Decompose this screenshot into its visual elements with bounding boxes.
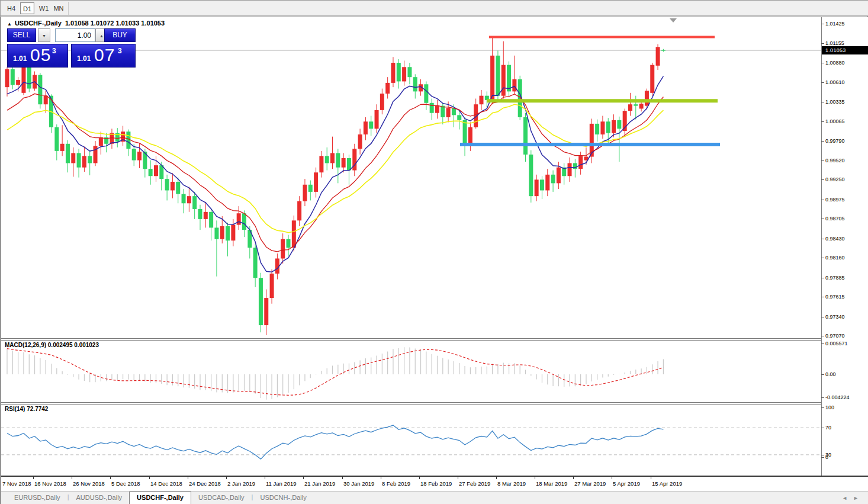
buy-quote-big: 07 <box>94 45 115 65</box>
price-axis-tick <box>821 82 824 83</box>
rsi-axis-label: 0 <box>825 454 828 461</box>
tab-usdcad[interactable]: USDCAD-,Daily <box>191 492 252 504</box>
volume-decrease-button[interactable]: ▼ <box>38 28 50 42</box>
price-axis-tick <box>821 239 824 239</box>
timeframe-toolbar: H4 D1 W1 MN <box>1 1 868 16</box>
price-axis-tick <box>821 278 824 278</box>
price-axis-tick <box>821 200 824 200</box>
price-axis-label: 1.00610 <box>825 79 845 86</box>
rsi-axis-tick <box>821 457 824 458</box>
rsi-axis-tick <box>821 455 824 455</box>
date-axis: 7 Nov 201816 Nov 201826 Nov 20185 Dec 20… <box>1 476 868 491</box>
rsi-axis-label: 70 <box>825 425 831 431</box>
macd-axis-label: -0.004224 <box>825 394 850 401</box>
price-axis-label: 0.97340 <box>825 314 845 320</box>
date-axis-label: 5 Apr 2019 <box>613 480 640 487</box>
sell-quote-big: 05 <box>30 45 51 65</box>
price-axis-tick <box>821 317 824 317</box>
date-axis-tick <box>110 477 111 479</box>
sell-quote-small: 1.01 <box>13 54 27 63</box>
volume-input[interactable] <box>55 28 95 42</box>
candlestick-series <box>5 37 666 335</box>
timeframe-button-h4[interactable]: H4 <box>4 2 18 14</box>
date-axis-tick <box>303 477 304 479</box>
scroll-right-icon[interactable]: ► <box>853 495 864 501</box>
date-axis-label: 27 Mar 2019 <box>574 480 606 487</box>
rsi-axis-label: 100 <box>825 405 834 411</box>
price-axis-label: 1.00065 <box>825 118 845 125</box>
price-axis-label: 0.97070 <box>825 333 845 339</box>
date-axis-label: 5 Dec 2018 <box>111 480 140 487</box>
date-axis-label: 18 Feb 2019 <box>420 480 452 487</box>
date-axis-label: 14 Dec 2018 <box>150 480 182 487</box>
date-axis-tick <box>535 477 535 479</box>
timeframe-button-d1[interactable]: D1 <box>20 2 34 14</box>
date-axis-label: 8 Mar 2019 <box>497 480 526 487</box>
date-axis-label: 8 Feb 2019 <box>382 480 410 487</box>
macd-indicator-label: MACD(12,26,9) 0.002495 0.001023 <box>5 342 99 348</box>
price-axis-label: 1.01155 <box>825 40 844 47</box>
macd-axis-label: 0.005571 <box>825 341 848 347</box>
price-axis-tick <box>821 24 824 24</box>
price-axis-label: 0.98160 <box>825 255 845 261</box>
scroll-left-icon[interactable]: ◄ <box>842 495 853 501</box>
mt4-window: H4 D1 W1 MN ▲USDCHF-,Daily 1.01058 1.010… <box>0 0 868 504</box>
rsi-axis-tick <box>821 407 824 408</box>
price-axis-tick <box>821 141 824 142</box>
macd-axis-label: 0.00 <box>825 371 836 378</box>
date-axis-label: 16 Nov 2018 <box>34 480 66 487</box>
buy-button[interactable]: BUY <box>104 28 136 42</box>
tab-eurusd[interactable]: EURUSD-,Daily <box>7 492 67 504</box>
current-price-badge: 1.01053 <box>822 46 868 54</box>
date-axis-label: 7 Nov 2018 <box>2 480 31 487</box>
tab-usdcnh[interactable]: USDCNH-,Daily <box>253 492 313 504</box>
price-axis-tick <box>821 43 824 44</box>
date-axis-label: 18 Mar 2019 <box>536 480 567 487</box>
sell-quote-sup: 3 <box>52 47 56 55</box>
price-axis-label: 0.97885 <box>825 275 845 281</box>
date-axis-tick <box>419 477 420 479</box>
price-axis-label: 0.98975 <box>825 197 845 203</box>
macd-pane[interactable] <box>1 341 821 402</box>
price-axis-label: 1.00335 <box>825 99 845 105</box>
timeframe-button-w1[interactable]: W1 <box>37 2 51 14</box>
tab-usdchf[interactable]: USDCHF-,Daily <box>129 492 191 504</box>
chart-tab-bar: EURUSD-,Daily|AUDUSD-,DailyUSDCHF-,Daily… <box>1 491 868 504</box>
price-axis-label: 0.99250 <box>825 176 845 183</box>
sell-quote-box[interactable]: 1.01 05 3 <box>7 44 68 68</box>
price-axis-tick <box>821 219 824 219</box>
price-axis-tick <box>821 121 824 122</box>
chevron-up-icon: ▲ <box>99 34 104 38</box>
macd-axis-tick <box>821 374 824 375</box>
date-axis-tick <box>188 477 188 479</box>
date-axis-tick <box>651 477 651 479</box>
macd-axis-tick <box>821 397 824 398</box>
price-axis-tick <box>821 160 824 161</box>
date-axis-tick <box>342 477 343 479</box>
price-axis-label: 0.98705 <box>825 216 845 222</box>
axis-separator <box>821 17 822 476</box>
price-axis-tick <box>821 102 824 102</box>
date-axis-tick <box>226 477 227 479</box>
date-axis-label: 15 Apr 2019 <box>652 480 682 487</box>
sell-button[interactable]: SELL <box>7 28 36 42</box>
rsi-axis-tick <box>821 428 824 428</box>
chart-window: ▲USDCHF-,Daily 1.01058 1.01072 1.01033 1… <box>1 17 868 504</box>
date-axis-tick <box>265 477 265 479</box>
price-axis-tick <box>821 63 824 63</box>
one-click-trading-panel: SELL ▼ ▲ BUY 1.01 05 3 1.01 07 3 <box>7 28 136 68</box>
date-axis-label: 30 Jan 2019 <box>343 480 374 487</box>
price-axis-tick <box>821 336 824 336</box>
date-axis-tick <box>72 477 72 479</box>
date-axis-tick <box>33 477 34 479</box>
date-axis-tick <box>573 477 574 479</box>
tab-audusd[interactable]: AUDUSD-,Daily <box>69 492 129 504</box>
buy-quote-box[interactable]: 1.01 07 3 <box>71 44 136 68</box>
date-axis-label: 26 Nov 2018 <box>73 480 105 487</box>
buy-quote-small: 1.01 <box>77 54 91 63</box>
timeframe-button-mn[interactable]: MN <box>52 2 66 14</box>
price-axis-label: 1.01425 <box>825 21 845 27</box>
price-axis-label: 0.97615 <box>825 294 845 300</box>
rsi-pane[interactable] <box>1 405 821 475</box>
date-axis-label: 2 Jan 2019 <box>227 480 255 487</box>
